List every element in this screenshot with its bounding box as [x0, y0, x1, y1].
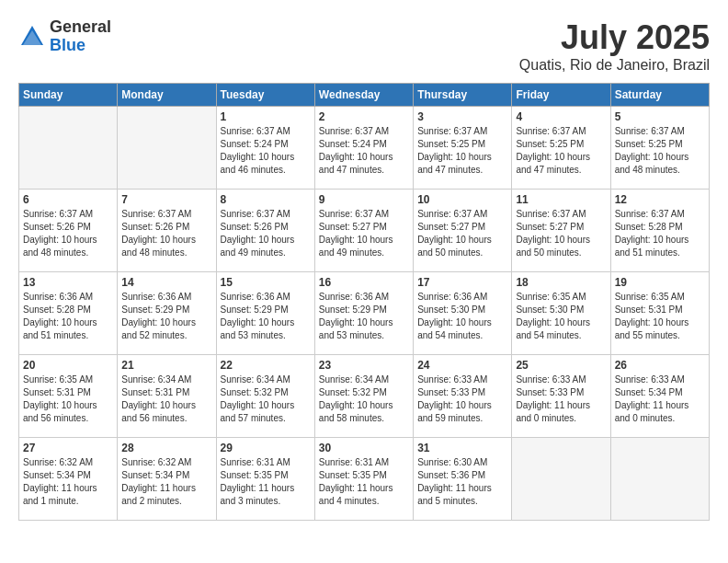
sunrise-text: Sunrise: 6:35 AM [516, 292, 586, 302]
daylight-text: Daylight: 11 hours and 1 minute. [23, 483, 97, 506]
week-row-5: 27Sunrise: 6:32 AMSunset: 5:34 PMDayligh… [19, 438, 710, 521]
calendar-cell: 9Sunrise: 6:37 AMSunset: 5:27 PMDaylight… [314, 190, 413, 272]
day-number: 19 [615, 276, 705, 289]
day-info: Sunrise: 6:37 AMSunset: 5:26 PMDaylight:… [23, 208, 113, 259]
sunrise-text: Sunrise: 6:37 AM [121, 209, 191, 219]
day-number: 4 [516, 110, 606, 123]
day-number: 26 [615, 359, 705, 372]
day-number: 8 [221, 193, 311, 206]
sunset-text: Sunset: 5:25 PM [615, 139, 683, 149]
calendar-cell: 6Sunrise: 6:37 AMSunset: 5:26 PMDaylight… [19, 190, 118, 272]
calendar-cell: 4Sunrise: 6:37 AMSunset: 5:25 PMDaylight… [512, 107, 610, 190]
sunset-text: Sunset: 5:28 PM [23, 304, 91, 315]
day-info: Sunrise: 6:35 AMSunset: 5:31 PMDaylight:… [23, 373, 113, 425]
day-number: 29 [221, 442, 311, 454]
sunset-text: Sunset: 5:25 PM [417, 139, 485, 149]
sunset-text: Sunset: 5:35 PM [221, 470, 289, 480]
calendar-cell: 29Sunrise: 6:31 AMSunset: 5:35 PMDayligh… [216, 438, 314, 521]
calendar-cell: 12Sunrise: 6:37 AMSunset: 5:28 PMDayligh… [610, 190, 709, 272]
sunrise-text: Sunrise: 6:37 AM [23, 209, 93, 219]
sunset-text: Sunset: 5:29 PM [221, 304, 289, 315]
day-info: Sunrise: 6:31 AMSunset: 5:35 PMDaylight:… [319, 456, 409, 508]
sunrise-text: Sunrise: 6:37 AM [319, 209, 389, 219]
calendar-header: SundayMondayTuesdayWednesdayThursdayFrid… [19, 84, 710, 107]
sunrise-text: Sunrise: 6:31 AM [221, 457, 290, 467]
day-number: 5 [615, 110, 705, 123]
sunrise-text: Sunrise: 6:34 AM [121, 374, 191, 385]
day-info: Sunrise: 6:36 AMSunset: 5:29 PMDaylight:… [221, 291, 311, 342]
day-number: 28 [121, 442, 211, 454]
day-info: Sunrise: 6:37 AMSunset: 5:24 PMDaylight:… [319, 125, 409, 177]
calendar-cell: 20Sunrise: 6:35 AMSunset: 5:31 PMDayligh… [19, 355, 118, 438]
day-number: 9 [319, 193, 409, 206]
calendar-cell: 5Sunrise: 6:37 AMSunset: 5:25 PMDaylight… [610, 107, 709, 190]
sunrise-text: Sunrise: 6:34 AM [319, 374, 389, 385]
logo-text: General Blue [50, 18, 111, 55]
day-number: 24 [417, 359, 507, 372]
week-row-1: 1Sunrise: 6:37 AMSunset: 5:24 PMDaylight… [19, 107, 710, 190]
daylight-text: Daylight: 10 hours and 51 minutes. [23, 317, 97, 340]
day-info: Sunrise: 6:30 AMSunset: 5:36 PMDaylight:… [417, 456, 507, 508]
sunrise-text: Sunrise: 6:36 AM [121, 292, 191, 302]
day-number: 21 [121, 359, 211, 372]
day-info: Sunrise: 6:37 AMSunset: 5:27 PMDaylight:… [516, 208, 606, 259]
day-info: Sunrise: 6:34 AMSunset: 5:31 PMDaylight:… [121, 373, 211, 425]
sunrise-text: Sunrise: 6:36 AM [23, 292, 93, 302]
day-number: 17 [417, 276, 507, 289]
sunset-text: Sunset: 5:27 PM [319, 222, 387, 232]
sunrise-text: Sunrise: 6:37 AM [417, 126, 487, 136]
daylight-text: Daylight: 11 hours and 4 minutes. [319, 483, 393, 506]
day-info: Sunrise: 6:37 AMSunset: 5:25 PMDaylight:… [615, 125, 705, 177]
sunset-text: Sunset: 5:26 PM [221, 222, 289, 232]
sunset-text: Sunset: 5:25 PM [516, 139, 584, 149]
calendar-cell: 27Sunrise: 6:32 AMSunset: 5:34 PMDayligh… [19, 438, 118, 521]
sunrise-text: Sunrise: 6:33 AM [516, 374, 586, 385]
calendar-cell: 8Sunrise: 6:37 AMSunset: 5:26 PMDaylight… [216, 190, 314, 272]
calendar-cell: 30Sunrise: 6:31 AMSunset: 5:35 PMDayligh… [314, 438, 413, 521]
daylight-text: Daylight: 10 hours and 51 minutes. [615, 235, 689, 258]
sunrise-text: Sunrise: 6:37 AM [615, 126, 685, 136]
day-info: Sunrise: 6:37 AMSunset: 5:25 PMDaylight:… [516, 125, 606, 177]
sunset-text: Sunset: 5:34 PM [615, 387, 683, 397]
calendar-cell: 14Sunrise: 6:36 AMSunset: 5:29 PMDayligh… [118, 272, 216, 355]
calendar-cell: 28Sunrise: 6:32 AMSunset: 5:34 PMDayligh… [118, 438, 216, 521]
sunrise-text: Sunrise: 6:36 AM [221, 292, 290, 302]
week-row-4: 20Sunrise: 6:35 AMSunset: 5:31 PMDayligh… [19, 355, 710, 438]
daylight-text: Daylight: 10 hours and 48 minutes. [615, 152, 689, 175]
daylight-text: Daylight: 10 hours and 47 minutes. [417, 152, 492, 175]
sunset-text: Sunset: 5:33 PM [516, 387, 584, 397]
calendar-cell: 7Sunrise: 6:37 AMSunset: 5:26 PMDaylight… [118, 190, 216, 272]
day-info: Sunrise: 6:36 AMSunset: 5:28 PMDaylight:… [23, 291, 113, 342]
daylight-text: Daylight: 10 hours and 58 minutes. [319, 400, 393, 423]
day-info: Sunrise: 6:33 AMSunset: 5:33 PMDaylight:… [516, 373, 606, 425]
calendar-table: SundayMondayTuesdayWednesdayThursdayFrid… [18, 83, 710, 521]
sunset-text: Sunset: 5:26 PM [23, 222, 91, 232]
day-info: Sunrise: 6:32 AMSunset: 5:34 PMDaylight:… [121, 456, 211, 508]
week-row-3: 13Sunrise: 6:36 AMSunset: 5:28 PMDayligh… [19, 272, 710, 355]
page-header: General Blue July 2025 Quatis, Rio de Ja… [18, 18, 710, 74]
sunrise-text: Sunrise: 6:37 AM [221, 126, 290, 136]
sunrise-text: Sunrise: 6:36 AM [417, 292, 487, 302]
daylight-text: Daylight: 10 hours and 48 minutes. [23, 235, 97, 258]
logo-general: General [50, 18, 111, 37]
calendar-cell [512, 438, 610, 521]
daylight-text: Daylight: 10 hours and 54 minutes. [417, 317, 492, 340]
sunset-text: Sunset: 5:34 PM [121, 470, 189, 480]
daylight-text: Daylight: 10 hours and 53 minutes. [319, 317, 393, 340]
day-number: 10 [417, 193, 507, 206]
daylight-text: Daylight: 11 hours and 5 minutes. [417, 483, 492, 506]
header-tuesday: Tuesday [216, 84, 314, 107]
sunrise-text: Sunrise: 6:32 AM [23, 457, 93, 467]
calendar-cell: 21Sunrise: 6:34 AMSunset: 5:31 PMDayligh… [118, 355, 216, 438]
day-number: 20 [23, 359, 113, 372]
day-number: 2 [319, 110, 409, 123]
day-number: 27 [23, 442, 113, 454]
daylight-text: Daylight: 10 hours and 56 minutes. [121, 400, 196, 423]
sunrise-text: Sunrise: 6:37 AM [221, 209, 290, 219]
day-info: Sunrise: 6:37 AMSunset: 5:24 PMDaylight:… [221, 125, 311, 177]
sunrise-text: Sunrise: 6:37 AM [516, 209, 586, 219]
daylight-text: Daylight: 10 hours and 57 minutes. [221, 400, 295, 423]
day-number: 23 [319, 359, 409, 372]
daylight-text: Daylight: 11 hours and 3 minutes. [221, 483, 295, 506]
location-title: Quatis, Rio de Janeiro, Brazil [519, 57, 710, 74]
